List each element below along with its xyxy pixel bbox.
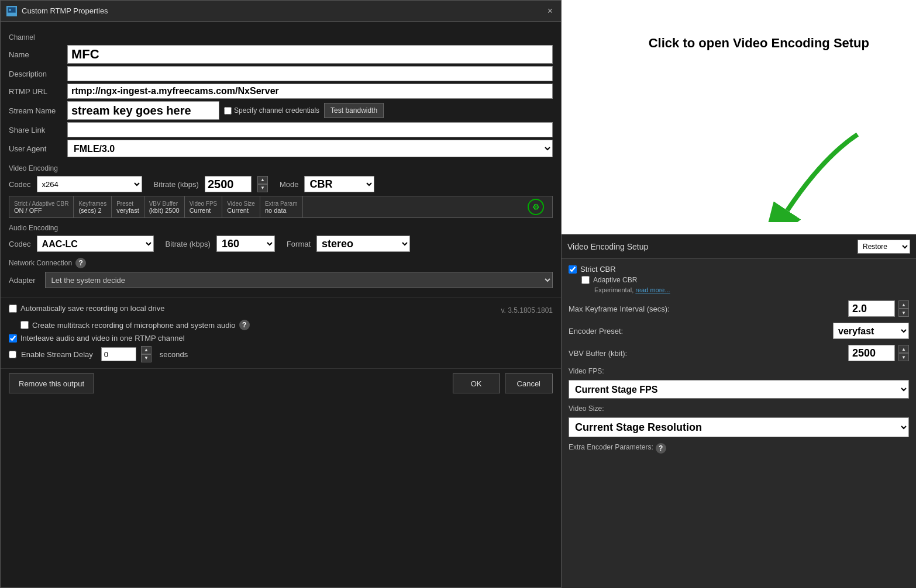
auto-save-checkbox[interactable]	[9, 305, 17, 313]
video-size-select[interactable]: Current Stage Resolution	[569, 417, 909, 437]
fps-cell: Video FPS Current	[185, 196, 223, 217]
audio-format-label: Format	[287, 240, 311, 248]
dialog-buttons-bar: Remove this output OK Cancel	[1, 368, 561, 398]
annotation-arrow	[764, 129, 881, 222]
version-text: v. 3.5.1805.1801	[501, 306, 553, 314]
right-panel: Click to open Video Encoding Setup Video…	[562, 0, 916, 588]
extra-params-row: Extra Encoder Parameters: ?	[569, 443, 909, 454]
encoding-details-bar: Strict / Adaptive CBR ON / OFF Keyframes…	[9, 196, 553, 218]
ve-setup-title: Video Encoding Setup	[567, 242, 648, 251]
audio-format-select[interactable]: stereo	[316, 236, 410, 252]
adaptive-cbr-checkbox[interactable]	[581, 276, 590, 284]
vbv-buffer-input[interactable]	[848, 345, 895, 361]
ve-body: Strict CBR Adaptive CBR Experimental, re…	[562, 259, 916, 459]
keyframes-cell: Keyframes (secs) 2	[74, 196, 112, 217]
description-input[interactable]	[67, 66, 553, 81]
cancel-button[interactable]: Cancel	[505, 373, 553, 393]
audio-bitrate-label: Bitrate (kbps)	[166, 240, 211, 248]
video-size-section: Video Size: Current Stage Resolution	[569, 404, 909, 437]
delay-down-button[interactable]: ▼	[141, 354, 151, 362]
specify-credentials-checkbox[interactable]	[224, 107, 232, 115]
description-row: Description	[9, 66, 553, 81]
mode-select[interactable]: CBR	[304, 176, 374, 192]
bitrate-input[interactable]	[205, 176, 252, 192]
video-size-label: Video Size:	[569, 404, 909, 413]
adaptive-cbr-section: Adaptive CBR Experimental, read more...	[581, 276, 909, 293]
rtmp-url-row: RTMP URL	[9, 84, 553, 99]
video-encoding-section-label: Video Encoding	[9, 164, 553, 172]
channel-section-label: Channel	[9, 33, 553, 41]
ve-restore-select[interactable]: Restore	[858, 240, 910, 254]
audio-bitrate-select[interactable]: 160	[216, 236, 275, 252]
encoder-preset-label: Encoder Preset:	[569, 327, 674, 335]
test-bandwidth-button[interactable]: Test bandwidth	[324, 103, 384, 118]
network-row: Adapter Let the system decide	[9, 272, 553, 288]
name-row: Name	[9, 45, 553, 64]
keyframe-up-button[interactable]: ▲	[898, 300, 909, 309]
name-input[interactable]	[67, 45, 553, 64]
stream-key-input[interactable]	[67, 101, 219, 120]
extra-cell: Extra Param no data	[260, 196, 303, 217]
ve-setup-panel: Video Encoding Setup Restore Strict CBR …	[562, 234, 916, 588]
mode-label: Mode	[280, 180, 299, 189]
stream-name-row: Stream Name Specify channel credentials …	[9, 101, 553, 120]
video-fps-section: Video FPS: Current Stage FPS	[569, 367, 909, 399]
vbv-down-button[interactable]: ▼	[898, 353, 909, 361]
keyframe-label: Max Keyframe Interval (secs):	[569, 305, 674, 313]
video-encoding-setup-button[interactable]: ⚙	[528, 199, 544, 215]
bottom-options: Automatically save recording on local dr…	[1, 298, 561, 368]
ok-button[interactable]: OK	[453, 373, 500, 393]
gear-cell: ⚙	[519, 196, 552, 217]
annotation-area: Click to open Video Encoding Setup	[562, 0, 916, 234]
codec-select[interactable]: x264	[37, 176, 142, 192]
audio-encoding-section-label: Audio Encoding	[9, 224, 553, 232]
audio-codec-select[interactable]: AAC-LC	[37, 236, 154, 252]
strict-cbr-checkbox[interactable]	[569, 265, 577, 274]
network-help-icon[interactable]: ?	[75, 258, 86, 268]
user-agent-row: User Agent FMLE/3.0	[9, 140, 553, 157]
stream-name-label: Stream Name	[9, 106, 67, 115]
delay-up-button[interactable]: ▲	[141, 346, 151, 354]
vbv-cell: VBV Buffer (kbit) 2500	[144, 196, 185, 217]
share-link-input[interactable]	[67, 122, 553, 137]
vbv-buffer-row: VBV Buffer (kbit): ▲ ▼	[569, 345, 909, 361]
bitrate-label: Bitrate (kbps)	[154, 180, 199, 189]
audio-encoding-row: Codec AAC-LC Bitrate (kbps) 160 Format s…	[9, 236, 553, 252]
name-label: Name	[9, 50, 67, 59]
video-fps-select[interactable]: Current Stage FPS	[569, 380, 909, 399]
user-agent-label: User Agent	[9, 144, 67, 153]
vbv-up-button[interactable]: ▲	[898, 345, 909, 353]
multitrack-checkbox[interactable]	[20, 321, 29, 329]
encoder-preset-select[interactable]: veryfast	[833, 323, 909, 339]
network-section: Network Connection ?	[9, 258, 553, 268]
audio-codec-label: Codec	[9, 240, 31, 248]
auto-save-row: Automatically save recording on local dr…	[9, 304, 501, 313]
keyframe-input[interactable]	[848, 300, 895, 317]
keyframe-spinner: ▲ ▼	[898, 300, 909, 317]
extra-params-help-icon[interactable]: ?	[656, 443, 666, 454]
strict-adaptive-cell: Strict / Adaptive CBR ON / OFF	[9, 196, 74, 217]
bitrate-down-button[interactable]: ▼	[257, 184, 268, 192]
stream-delay-input[interactable]	[101, 347, 136, 361]
close-button[interactable]: ×	[545, 6, 555, 16]
user-agent-select[interactable]: FMLE/3.0	[67, 140, 553, 157]
share-link-label: Share Link	[9, 126, 67, 134]
multitrack-row: Create multitrack recording of microphon…	[20, 320, 553, 330]
video-encoding-row: Codec x264 Bitrate (kbps) ▲ ▼ Mode CBR	[9, 176, 553, 192]
read-more-link[interactable]: read more...	[635, 286, 670, 293]
bitrate-up-button[interactable]: ▲	[257, 176, 268, 184]
multitrack-help-icon[interactable]: ?	[239, 320, 250, 330]
remove-output-button[interactable]: Remove this output	[9, 373, 94, 393]
adapter-select[interactable]: Let the system decide	[45, 272, 553, 288]
size-cell: Video Size Current	[222, 196, 260, 217]
title-bar: Custom RTMP Properties ×	[1, 1, 561, 22]
keyframe-down-button[interactable]: ▼	[898, 309, 909, 317]
delay-spinner: ▲ ▼	[141, 346, 151, 362]
encoder-preset-row: Encoder Preset: veryfast	[569, 323, 909, 339]
stream-delay-checkbox[interactable]	[9, 351, 16, 358]
interleave-checkbox[interactable]	[9, 334, 17, 343]
adaptive-cbr-row: Adaptive CBR	[581, 276, 909, 284]
adapter-label: Adapter	[9, 276, 36, 285]
svg-point-2	[9, 9, 11, 11]
rtmp-url-input[interactable]	[67, 84, 553, 99]
